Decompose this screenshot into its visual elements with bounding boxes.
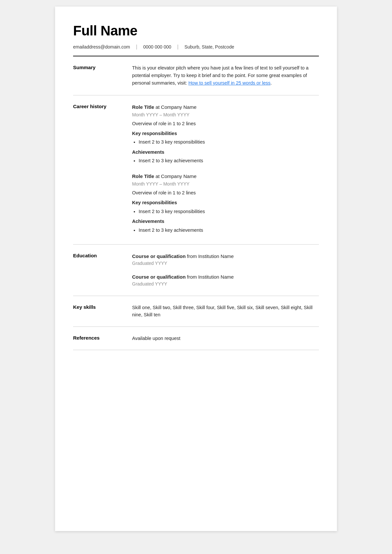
- education-label: Education: [73, 252, 132, 288]
- references-section: References Available upon request: [73, 327, 319, 350]
- edu-title-line-1: Course or qualification from Institution…: [132, 252, 319, 260]
- full-name: Full Name: [73, 23, 319, 39]
- job-ach-title-2: Achievements: [132, 218, 319, 225]
- edu-block-1: Course or qualification from Institution…: [132, 252, 319, 267]
- references-content: Available upon request: [132, 335, 319, 342]
- summary-content: This is your elevator pitch where you ha…: [132, 64, 319, 87]
- edu-date-1: Graduated YYYY: [132, 260, 319, 267]
- list-item: Insert 2 to 3 key achievements: [139, 227, 319, 234]
- job-overview-1: Overview of role in 1 to 2 lines: [132, 120, 319, 127]
- email: emailaddress@domain.com: [73, 44, 136, 49]
- edu-date-2: Graduated YYYY: [132, 281, 319, 288]
- list-item: Insert 2 to 3 key responsibilities: [139, 138, 319, 146]
- edu-course-2: Course or qualification: [132, 274, 186, 280]
- job-ach-list-2: Insert 2 to 3 key achievements: [132, 227, 319, 234]
- job-block-1: Role Title at Company Name Month YYYY – …: [132, 103, 319, 165]
- list-item: Insert 2 to 3 key achievements: [139, 157, 319, 164]
- job-overview-2: Overview of role in 1 to 2 lines: [132, 189, 319, 196]
- location: Suburb, State, Postcode: [179, 44, 240, 49]
- contact-line: emailaddress@domain.com | 0000 000 000 |…: [73, 44, 319, 50]
- list-item: Insert 2 to 3 key responsibilities: [139, 208, 319, 215]
- key-skills-label: Key skills: [73, 304, 132, 319]
- job-ach-list-1: Insert 2 to 3 key achievements: [132, 157, 319, 164]
- summary-text: This is your elevator pitch where you ha…: [132, 64, 319, 87]
- skills-text: Skill one, Skill two, Skill three, Skill…: [132, 304, 319, 319]
- education-section: Education Course or qualification from I…: [73, 245, 319, 296]
- edu-course-1: Course or qualification: [132, 253, 186, 259]
- references-label: References: [73, 335, 132, 342]
- job-title-line-1: Role Title at Company Name: [132, 103, 319, 111]
- summary-section: Summary This is your elevator pitch wher…: [73, 56, 319, 95]
- job-resp-list-2: Insert 2 to 3 key responsibilities: [132, 208, 319, 215]
- key-skills-section: Key skills Skill one, Skill two, Skill t…: [73, 296, 319, 327]
- career-history-content: Role Title at Company Name Month YYYY – …: [132, 103, 319, 237]
- edu-institution-1: from Institution Name: [187, 253, 234, 259]
- job-resp-list-1: Insert 2 to 3 key responsibilities: [132, 138, 319, 146]
- job-ach-title-1: Achievements: [132, 148, 319, 156]
- career-history-label: Career history: [73, 103, 132, 237]
- edu-institution-2: from Institution Name: [187, 274, 234, 280]
- career-history-section: Career history Role Title at Company Nam…: [73, 95, 319, 245]
- key-skills-content: Skill one, Skill two, Skill three, Skill…: [132, 304, 319, 319]
- phone: 0000 000 000: [137, 44, 177, 49]
- references-text: Available upon request: [132, 335, 319, 342]
- job-title-1: Role Title: [132, 104, 154, 110]
- edu-title-line-2: Course or qualification from Institution…: [132, 273, 319, 281]
- job-block-2: Role Title at Company Name Month YYYY – …: [132, 172, 319, 234]
- job-resp-title-2: Key responsibilities: [132, 199, 319, 206]
- job-resp-title-1: Key responsibilities: [132, 130, 319, 137]
- edu-block-2: Course or qualification from Institution…: [132, 273, 319, 288]
- job-date-1: Month YYYY – Month YYYY: [132, 111, 319, 119]
- job-title-2: Role Title: [132, 173, 154, 179]
- summary-label: Summary: [73, 64, 132, 87]
- summary-link[interactable]: How to sell yourself in 25 words or less: [188, 80, 271, 86]
- job-title-line-2: Role Title at Company Name: [132, 172, 319, 180]
- education-content: Course or qualification from Institution…: [132, 252, 319, 288]
- job-date-2: Month YYYY – Month YYYY: [132, 181, 319, 188]
- resume-page: Full Name emailaddress@domain.com | 0000…: [55, 7, 337, 531]
